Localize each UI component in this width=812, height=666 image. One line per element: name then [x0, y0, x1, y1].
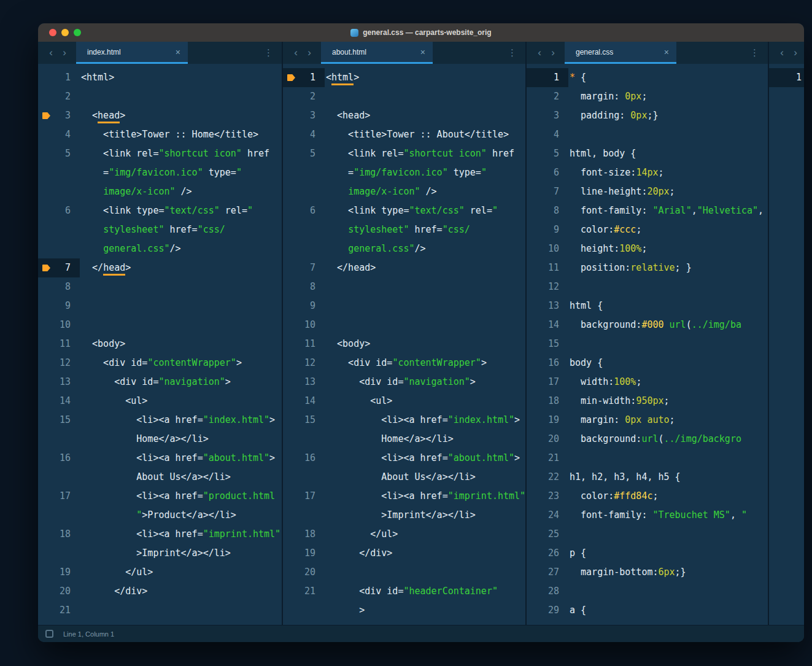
- code-line: 22h1, h2, h3, h4, h5 {: [527, 468, 768, 487]
- code-editor[interactable]: 1<html>23 <head>4 <title>Tower :: Home</…: [38, 64, 282, 625]
- code-line: 7 </head>: [283, 258, 525, 277]
- code-token: url: [641, 433, 658, 444]
- gutter-cell: 2: [527, 87, 568, 106]
- code-text: </head>: [80, 258, 282, 277]
- history-forward-icon[interactable]: ›: [303, 47, 316, 59]
- gutter-cell: 20: [283, 563, 325, 582]
- line-number: 22: [548, 471, 559, 482]
- history-forward-icon[interactable]: ›: [789, 47, 802, 59]
- code-line: 17 <li><a href="imprint.html": [283, 487, 525, 506]
- code-token: color:: [570, 224, 614, 235]
- code-token: >: [125, 262, 131, 273]
- close-icon[interactable]: ×: [420, 47, 425, 57]
- gutter-cell: 16: [38, 449, 80, 468]
- code-line: 5html, body {: [527, 144, 768, 163]
- gutter-cell: 17: [38, 487, 80, 506]
- code-token: <link type=: [326, 205, 409, 216]
- code-token: <title>Tower :: Home</title>: [81, 129, 258, 140]
- code-token: ,: [730, 509, 741, 521]
- line-number: 8: [65, 281, 71, 292]
- code-editor[interactable]: 1* {2 margin: 0px;3 padding: 0px;}45html…: [527, 64, 768, 625]
- line-number: 13: [304, 376, 315, 387]
- title-bar[interactable]: general.css — carparts-website_orig: [38, 23, 804, 42]
- code-line: 18 min-width:950px;: [527, 392, 768, 411]
- close-icon[interactable]: ×: [176, 47, 180, 57]
- overflow-menu-icon[interactable]: ⋮: [741, 47, 768, 58]
- code-line: 10 height:100%;: [527, 239, 768, 258]
- gutter-cell: 14: [527, 316, 568, 335]
- code-text: color:#ccc;: [568, 220, 768, 239]
- code-line: 27 margin-bottom:6px;}: [527, 563, 768, 582]
- code-token: type=: [448, 167, 481, 178]
- line-number: 21: [304, 586, 315, 597]
- gutter-cell: 22: [527, 468, 568, 487]
- code-text: background:url(../img/backgro: [568, 430, 768, 449]
- line-number: 17: [548, 376, 559, 387]
- code-line: 26p {: [527, 544, 768, 563]
- history-forward-icon[interactable]: ›: [58, 47, 71, 59]
- code-token: type=: [203, 167, 236, 178]
- code-token: <title>Tower :: About</title>: [326, 129, 509, 140]
- code-text: <div id="navigation">: [80, 373, 282, 392]
- code-token: #ccc: [614, 224, 636, 235]
- gutter-cell: 1: [283, 68, 325, 87]
- code-token: "index.html": [448, 414, 514, 425]
- gutter-cell: 15: [283, 411, 325, 430]
- code-text: <title>Tower :: Home</title>: [80, 125, 282, 144]
- line-number: 21: [60, 605, 71, 616]
- code-token: position:: [570, 262, 630, 273]
- code-editor[interactable]: 1: [769, 64, 804, 625]
- code-text: <body>: [80, 335, 282, 354]
- line-number: 6: [65, 205, 71, 216]
- line-number: 17: [304, 490, 315, 501]
- gutter-cell: 2: [283, 87, 325, 106]
- history-back-icon[interactable]: ‹: [775, 47, 789, 59]
- tab-general.css[interactable]: general.css×: [565, 42, 676, 64]
- gutter-cell: 12: [38, 354, 80, 373]
- code-line: 11 position:relative; }: [527, 258, 768, 277]
- code-token: >: [236, 357, 242, 368]
- history-back-icon[interactable]: ‹: [533, 47, 546, 59]
- code-text: body {: [568, 354, 768, 373]
- overflow-menu-icon[interactable]: ⋮: [499, 47, 525, 58]
- gutter-cell: [38, 430, 80, 449]
- code-line: 24 font-family: "Trebuchet MS", ": [527, 506, 768, 525]
- line-number: 9: [310, 300, 315, 311]
- history-back-icon[interactable]: ‹: [289, 47, 303, 59]
- line-number: 3: [554, 110, 559, 121]
- code-token: "css/: [443, 224, 470, 235]
- bookmark-icon: [42, 112, 50, 119]
- history-back-icon[interactable]: ‹: [44, 47, 58, 59]
- tab-about.html[interactable]: about.html×: [321, 42, 433, 64]
- code-text: html, body {: [568, 144, 768, 163]
- tab-index.html[interactable]: index.html×: [76, 42, 188, 64]
- code-token: <li><a href=: [81, 529, 203, 540]
- line-number: 13: [548, 300, 559, 311]
- line-number: 5: [554, 148, 559, 159]
- gutter-cell: [38, 163, 80, 182]
- code-text: ">Product</a></li>: [80, 506, 282, 525]
- code-token: body {: [570, 357, 603, 368]
- history-forward-icon[interactable]: ›: [546, 47, 560, 59]
- gutter-cell: 29: [527, 601, 568, 620]
- code-token: [326, 243, 348, 254]
- close-icon[interactable]: ×: [664, 47, 669, 57]
- overflow-menu-icon[interactable]: ⋮: [255, 47, 282, 58]
- code-token: </: [81, 262, 103, 273]
- code-token: </div>: [81, 586, 147, 597]
- editor-pane-2: ‹›about.html×⋮1<html>23 <head>4 <title>T…: [283, 42, 525, 625]
- overlay-toggle-icon[interactable]: [45, 630, 53, 638]
- line-number: 3: [65, 110, 71, 121]
- code-editor[interactable]: 1<html>23 <head>4 <title>Tower :: About<…: [283, 64, 525, 625]
- line-number: 19: [304, 548, 315, 559]
- code-token: "about.html": [448, 452, 514, 463]
- line-number: 10: [548, 243, 559, 254]
- gutter-cell: [38, 468, 80, 487]
- code-token: 0px: [625, 91, 641, 102]
- gutter-cell: 1: [527, 68, 568, 87]
- code-token: <ul>: [81, 395, 147, 406]
- line-number: 19: [60, 567, 71, 578]
- code-token: Home</a></li>: [81, 433, 209, 444]
- code-token: >: [225, 376, 231, 387]
- code-text: min-width:950px;: [568, 392, 768, 411]
